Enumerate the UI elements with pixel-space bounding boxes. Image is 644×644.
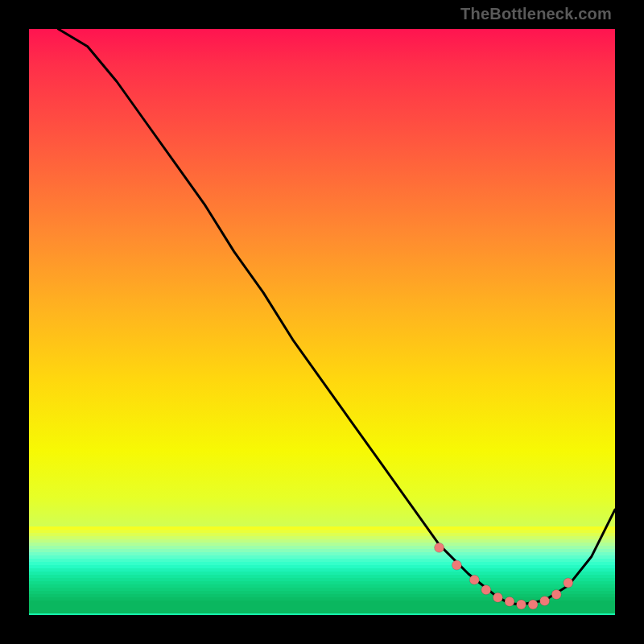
marker-point <box>505 597 514 606</box>
marker-point <box>481 585 491 595</box>
marker-point <box>564 578 573 588</box>
marker-point <box>469 575 479 584</box>
marker-point <box>517 600 526 609</box>
marker-point <box>540 597 550 606</box>
marker-point <box>551 590 561 600</box>
marker-point <box>528 600 538 609</box>
chart-svg <box>29 29 615 615</box>
watermark-text: TheBottleneck.com <box>460 5 612 23</box>
marker-point <box>452 560 461 570</box>
bottleneck-curve <box>58 29 615 605</box>
marker-point <box>493 592 502 602</box>
chart-container: TheBottleneck.com <box>0 0 644 644</box>
plot-area <box>29 29 615 615</box>
marker-point <box>435 543 444 552</box>
